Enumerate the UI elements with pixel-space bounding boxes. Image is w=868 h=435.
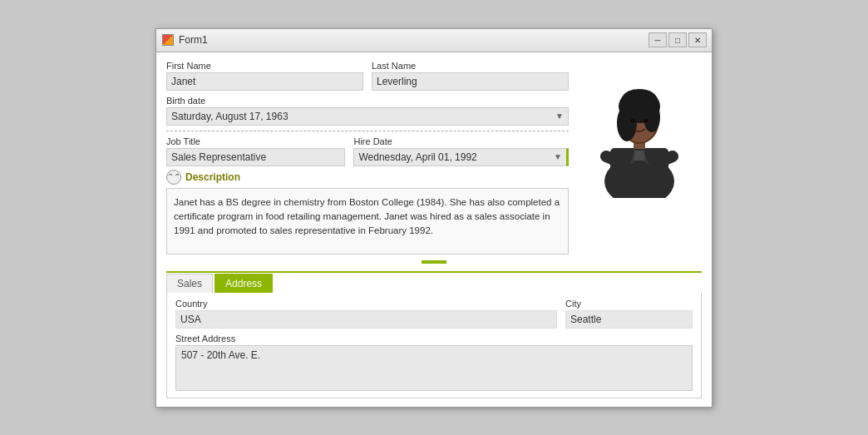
title-bar: Form1 ─ □ ✕ <box>156 29 712 52</box>
description-label: Description <box>185 171 240 183</box>
tabs-section: Sales Address Country USA <box>166 271 702 398</box>
window-title: Form1 <box>179 34 208 46</box>
street-address-group: Street Address 507 - 20th Ave. E. <box>175 334 693 391</box>
scroll-indicator <box>422 260 446 264</box>
hire-date-select[interactable]: Wednesday, April 01, 1992 ▼ <box>353 148 569 166</box>
country-label: Country <box>175 299 557 309</box>
birth-date-select[interactable]: Saturday, August 17, 1963 ▼ <box>166 107 569 126</box>
hire-date-group: Hire Date Wednesday, April 01, 1992 ▼ <box>353 136 569 166</box>
city-group: City Seattle <box>565 299 693 329</box>
country-value[interactable]: USA <box>175 310 557 329</box>
collapse-button[interactable]: ⌃⌃ <box>166 170 181 185</box>
birth-date-value: Saturday, August 17, 1963 <box>171 111 289 122</box>
tab-sales[interactable]: Sales <box>166 274 213 293</box>
birth-date-group: Birth date Saturday, August 17, 1963 ▼ <box>166 96 569 126</box>
tabs-row: Sales Address <box>166 273 702 292</box>
birth-date-arrow-icon: ▼ <box>555 111 564 121</box>
job-title-group: Job Title <box>166 136 345 166</box>
description-section: ⌃⌃ Description Janet has a BS degree in … <box>166 170 569 255</box>
hire-date-value: Wednesday, April 01, 1992 <box>358 151 476 163</box>
close-button[interactable]: ✕ <box>688 32 707 47</box>
last-name-group: Last Name <box>372 61 569 91</box>
description-box: Janet has a BS degree in chemistry from … <box>166 188 569 255</box>
main-window: Form1 ─ □ ✕ First Name Last Name <box>155 28 713 408</box>
svg-point-10 <box>630 119 635 122</box>
title-bar-left: Form1 <box>161 33 208 47</box>
last-name-input[interactable] <box>372 72 569 91</box>
title-buttons: ─ □ ✕ <box>649 32 707 47</box>
street-address-value: 507 - 20th Ave. E. <box>181 349 260 361</box>
svg-point-11 <box>644 119 649 122</box>
tab-address[interactable]: Address <box>215 274 273 293</box>
hire-date-arrow-icon: ▼ <box>554 152 562 161</box>
collapse-header: ⌃⌃ Description <box>166 170 569 185</box>
first-name-input[interactable] <box>166 72 363 91</box>
street-address-box[interactable]: 507 - 20th Ave. E. <box>175 345 693 391</box>
svg-rect-12 <box>634 151 644 161</box>
last-name-label: Last Name <box>372 61 569 71</box>
job-title-label: Job Title <box>166 136 345 146</box>
city-value[interactable]: Seattle <box>565 310 693 329</box>
city-label: City <box>565 299 693 309</box>
name-row: First Name Last Name <box>166 61 569 91</box>
first-name-group: First Name <box>166 61 363 91</box>
country-group: Country USA <box>175 299 557 329</box>
form-left: First Name Last Name Birth date Saturday… <box>166 61 569 255</box>
street-address-label: Street Address <box>175 334 693 344</box>
form-content: First Name Last Name Birth date Saturday… <box>156 52 712 407</box>
svg-point-9 <box>621 89 658 112</box>
hire-date-label: Hire Date <box>353 136 569 146</box>
birth-date-label: Birth date <box>166 96 569 106</box>
app-icon <box>161 33 175 47</box>
description-text: Janet has a BS degree in chemistry from … <box>174 197 560 236</box>
country-city-row: Country USA City Seattle <box>175 299 693 329</box>
photo-section <box>577 61 702 255</box>
job-title-input[interactable] <box>166 148 345 166</box>
top-section: First Name Last Name Birth date Saturday… <box>166 61 702 255</box>
scroll-indicator-wrapper <box>166 258 702 266</box>
employee-photo-svg <box>581 61 698 198</box>
divider-1 <box>166 131 569 131</box>
minimize-button[interactable]: ─ <box>649 32 667 47</box>
maximize-button[interactable]: □ <box>668 32 687 47</box>
first-name-label: First Name <box>166 61 363 71</box>
tab-content-address: Country USA City Seattle Street Addre <box>166 292 702 398</box>
job-hire-row: Job Title Hire Date Wednesday, April 01,… <box>166 136 569 166</box>
employee-photo <box>579 61 700 198</box>
